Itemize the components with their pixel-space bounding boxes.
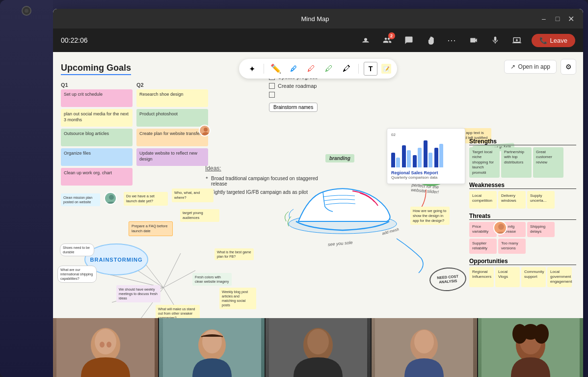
sales-report-sublabel: Quarterly comparison data [391, 175, 461, 180]
sticky-note[interactable]: Organize files [61, 148, 133, 166]
weakness-1[interactable]: Local competition [469, 191, 497, 209]
bar-3b [418, 148, 422, 167]
open-in-app-button[interactable]: ↗ Open in app [504, 60, 557, 74]
weaknesses-title: Weaknesses [469, 182, 576, 189]
bar-group-4 [424, 140, 432, 167]
threat-1[interactable]: Price variability [469, 222, 497, 237]
pen-green-tool[interactable]: 🖊 [322, 62, 336, 76]
threat-3[interactable]: Shipping delays [527, 222, 555, 237]
note-shoes-durable: Shoes need to be durable [60, 243, 94, 256]
checklist-label-2: Create roadmap [278, 83, 317, 89]
sales-report-num: 02 [391, 133, 461, 137]
sticky-note[interactable]: Clean up work org. chart [61, 168, 133, 186]
bar-1a [391, 153, 395, 167]
participant-5 [478, 318, 583, 377]
weaknesses-items: Local competition Delivery windows Suppl… [469, 191, 576, 209]
maximize-button[interactable]: □ [554, 15, 561, 23]
svg-point-32 [307, 329, 329, 354]
participants-list-icon[interactable] [359, 33, 373, 47]
strengths-quadrant: Strengths Target local niche shopping fo… [469, 138, 576, 178]
svg-point-25 [100, 342, 105, 348]
highlighter-tool[interactable]: 🖍 [340, 62, 353, 76]
note-best-game-plan: What is the best game plan for FB? [214, 248, 254, 260]
strength-3[interactable]: Great customer review [533, 147, 563, 178]
share-screen-icon[interactable] [510, 33, 524, 47]
pen-red-tool[interactable]: 🖊 [304, 62, 318, 76]
swot-analysis: Strengths Target local niche shopping fo… [469, 138, 576, 287]
brainstorm-names-button[interactable]: Brainstorm names [269, 103, 318, 112]
sticky-note[interactable]: Update website to reflect new design [136, 148, 208, 166]
goals-columns: Q1 Set up crit schedule plan out social … [61, 82, 208, 186]
sticky-note-tool[interactable]: 📝 [381, 64, 391, 74]
sticky-note[interactable]: Outsource blog articles [61, 129, 133, 146]
bar-5b [439, 144, 443, 167]
main-area: ✦ ✏️ 🖊 🖊 🖊 🖍 T 📝 ↗ Open in app [53, 52, 583, 377]
checkbox-3[interactable] [269, 92, 275, 98]
chat-icon[interactable] [402, 33, 416, 47]
leave-button[interactable]: 📞 Leave [532, 34, 575, 47]
move-tool[interactable]: ✦ [245, 62, 259, 76]
weaknesses-quadrant: Weaknesses Local competition Delivery wi… [469, 182, 576, 209]
user-avatar [199, 125, 211, 136]
opportunities-quadrant: Opportunities Regional Influencers Local… [469, 258, 576, 287]
opportunity-4[interactable]: Local government engagement [547, 267, 572, 287]
camera-icon[interactable] [467, 33, 481, 47]
upcoming-goals-title: Upcoming Goals [61, 63, 131, 75]
pen-black-tool[interactable]: ✏️ [269, 62, 283, 76]
pen-blue-tool[interactable]: 🖊 [287, 62, 300, 76]
weakness-3[interactable]: Supply uncerta... [527, 191, 555, 209]
drawing-toolbar: ✦ ✏️ 🖊 🖊 🖊 🖍 T 📝 [239, 59, 397, 79]
opportunity-2[interactable]: Local Vlogs [495, 267, 520, 287]
opportunity-3[interactable]: Community support [521, 267, 546, 287]
strength-2[interactable]: Partnership with top distributors [501, 147, 532, 178]
toolbar-divider-2 [358, 64, 359, 74]
note-weekly-meetings: We should have weekly meetings to discus… [116, 285, 160, 302]
threat-5[interactable]: Too many versions [498, 239, 526, 254]
toolbar-divider [264, 64, 264, 74]
sticky-note[interactable]: Research shoe design [136, 89, 208, 107]
minimize-button[interactable]: – [540, 15, 548, 23]
q1-column: Q1 Set up crit schedule plan out social … [61, 82, 133, 186]
close-button[interactable]: ✕ [567, 14, 575, 24]
teams-window: Mind Map – □ ✕ 00:22:06 2 [53, 9, 583, 377]
bar-3a [413, 155, 417, 167]
note-weekly-blog: Weekly blog post articles and matching s… [219, 288, 256, 309]
canvas-settings-button[interactable]: ⚙ [561, 59, 576, 75]
window-title: Mind Map [301, 15, 329, 23]
participants-bar [53, 318, 583, 377]
people-icon[interactable]: 2 [380, 33, 394, 47]
bar-group-3 [413, 148, 422, 167]
strengths-title: Strengths [469, 138, 576, 145]
checklist-item-3 [269, 92, 367, 98]
strength-1[interactable]: Target local niche shopping for launch p… [469, 147, 500, 178]
q2-column: Q2 Research shoe design Product photosho… [136, 82, 208, 186]
svg-point-41 [534, 324, 549, 344]
bar-2a [402, 145, 406, 167]
weakness-2[interactable]: Delivery windows [498, 191, 526, 209]
bar-group-5 [434, 144, 443, 167]
sticky-note[interactable]: plan out social media for the next 3 mon… [61, 109, 133, 127]
more-options-icon[interactable]: ⋯ [445, 33, 459, 47]
svg-point-21 [109, 195, 114, 200]
sticky-note[interactable]: Product photoshoot [136, 109, 208, 127]
note-international-shipping: What are our international shipping capa… [57, 266, 97, 283]
text-tool[interactable]: T [364, 62, 377, 76]
hand-raise-icon[interactable] [424, 33, 437, 47]
sales-chart [391, 138, 461, 167]
checkbox-2[interactable] [269, 83, 275, 89]
device-frame: Mind Map – □ ✕ 00:22:06 2 [0, 0, 588, 377]
note-prepare-faq: Prepare a FAQ before launch date [129, 221, 173, 236]
sticky-note[interactable]: Set up crit schedule [61, 89, 133, 107]
microphone-icon[interactable] [488, 33, 502, 47]
participant-2 [159, 318, 264, 377]
svg-point-26 [107, 342, 111, 348]
threat-4[interactable]: Supplier reliability [469, 239, 497, 254]
note-fresh-colors: Fresh colors with clean website imagery [192, 273, 232, 286]
sticky-note[interactable]: Create plan for website transfer [136, 129, 208, 146]
participant-avatar-swot [493, 221, 507, 235]
threats-quadrant: Threats Price variability 9% mfg increas… [469, 213, 576, 254]
camera-lens [25, 9, 28, 13]
bar-group-1 [391, 153, 400, 167]
opportunity-1[interactable]: Regional Influencers [469, 267, 494, 287]
canvas-area[interactable]: ✦ ✏️ 🖊 🖊 🖊 🖍 T 📝 ↗ Open in app [53, 52, 583, 318]
